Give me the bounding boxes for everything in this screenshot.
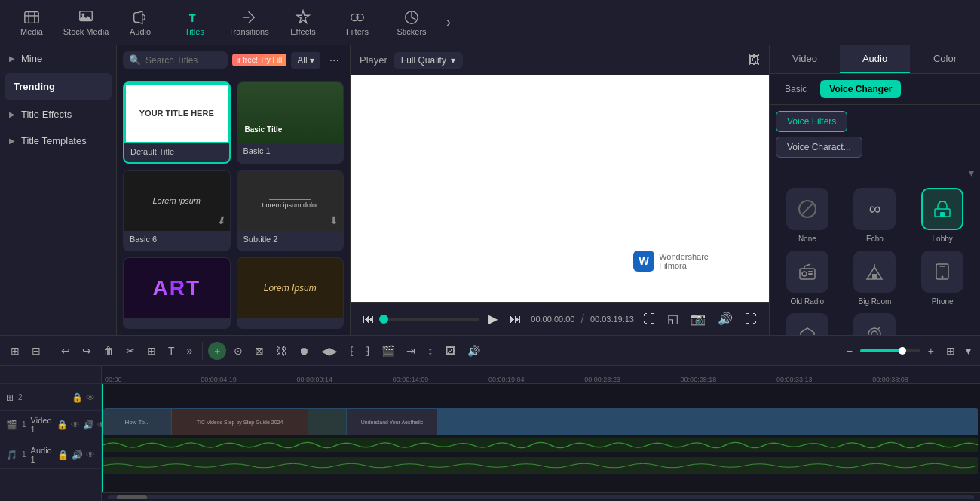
title-card-basic1[interactable]: Basic Title Basic 1 bbox=[237, 81, 345, 164]
marker-button[interactable]: ⁅ bbox=[345, 341, 358, 361]
svg-rect-18 bbox=[808, 271, 813, 272]
video1-volume-btn[interactable]: 🔊 bbox=[83, 420, 94, 430]
track-eye-btn[interactable]: 👁 bbox=[86, 392, 95, 403]
promo-badge[interactable]: ir free! Try Fill bbox=[232, 54, 287, 66]
link-button[interactable]: ⛓ bbox=[271, 341, 291, 361]
timeline-scrollbar[interactable] bbox=[102, 492, 980, 501]
volume-button[interactable]: 🔊 bbox=[715, 309, 736, 329]
record-button[interactable]: ⏺ bbox=[294, 341, 314, 361]
toolbar-filters[interactable]: Filters bbox=[332, 3, 383, 42]
redo-button[interactable]: ↪ bbox=[78, 341, 96, 361]
player-label: Player bbox=[360, 54, 387, 66]
autofit-button[interactable]: ⊙ bbox=[229, 341, 247, 361]
progress-bar[interactable] bbox=[384, 318, 479, 321]
add-track-button[interactable]: + bbox=[208, 342, 226, 360]
audio-track-clip[interactable] bbox=[103, 457, 978, 474]
trim-button[interactable]: ◀▶ bbox=[317, 341, 342, 361]
title-card-art[interactable]: ART bbox=[123, 257, 231, 329]
zoom-slider[interactable] bbox=[860, 349, 920, 352]
timeline-more-button[interactable]: ▾ bbox=[963, 342, 974, 360]
voice-card-diving[interactable]: Diving S... bbox=[845, 313, 905, 335]
voice-card-echo[interactable]: ∞ Echo bbox=[845, 188, 905, 243]
big-room-label: Big Room bbox=[859, 297, 892, 306]
toolbar-stock-media[interactable]: Stock Media bbox=[60, 3, 112, 42]
more-options-button[interactable]: ··· bbox=[325, 52, 344, 69]
search-input[interactable] bbox=[145, 55, 222, 66]
zoom-in-button[interactable]: + bbox=[923, 341, 939, 361]
sub-tab-voice-changer[interactable]: Voice Changer bbox=[820, 80, 901, 98]
tab-video[interactable]: Video bbox=[770, 45, 840, 73]
filter-button[interactable]: All ▾ bbox=[291, 52, 320, 69]
waveform-svg bbox=[103, 438, 978, 452]
title-card-lorem[interactable]: Lorem Ipsum bbox=[237, 257, 345, 329]
grid-view-button[interactable]: ⊞ bbox=[942, 341, 960, 361]
mine-arrow-icon: ▶ bbox=[9, 54, 15, 63]
volume-btn-tl[interactable]: 🔊 bbox=[463, 341, 485, 361]
toolbar-audio[interactable]: Audio bbox=[115, 3, 166, 42]
audio1-volume-btn[interactable]: 🔊 bbox=[72, 450, 83, 460]
voice-card-small-room[interactable]: Small R... bbox=[777, 313, 838, 335]
speed-button[interactable]: ↕ bbox=[423, 341, 437, 361]
snap-button[interactable]: ⊟ bbox=[27, 341, 45, 361]
toolbar-transitions[interactable]: Transitions bbox=[223, 3, 274, 42]
voice-filters-button[interactable]: Voice Filters bbox=[776, 111, 847, 132]
sub-tab-basic[interactable]: Basic bbox=[776, 80, 816, 98]
voice-card-phone[interactable]: Phone bbox=[912, 250, 972, 306]
search-input-wrap[interactable]: 🔍 bbox=[123, 51, 228, 69]
toolbar-titles[interactable]: T Titles bbox=[169, 3, 220, 42]
skip-forward-button[interactable]: ⏭ bbox=[507, 309, 525, 329]
sidebar-item-title-effects[interactable]: ▶ Title Effects bbox=[0, 101, 116, 128]
video1-eye-btn[interactable]: 👁 bbox=[71, 420, 80, 430]
skip-back-button[interactable]: ⏮ bbox=[360, 309, 378, 329]
subtitle2-label: Subtitle 2 bbox=[237, 231, 344, 247]
motion-button[interactable]: ⇥ bbox=[402, 341, 420, 361]
svg-text:T: T bbox=[189, 11, 196, 23]
video1-lock-btn[interactable]: 🔒 bbox=[57, 420, 68, 430]
track-lock-btn[interactable]: 🔒 bbox=[72, 392, 83, 403]
toolbar-media[interactable]: Media bbox=[6, 3, 57, 42]
snapshot-icon[interactable]: 🖼 bbox=[748, 54, 760, 67]
timeline-ruler[interactable]: 00:00 00:00:04:19 00:00:09:14 00:00:14:0… bbox=[102, 366, 980, 384]
video-track-clip[interactable]: How To... TIC Videos Step by Step Guide … bbox=[103, 408, 978, 435]
voice-card-old-radio[interactable]: Old Radio bbox=[777, 250, 838, 306]
scroll-thumb[interactable] bbox=[117, 495, 147, 499]
split-audio-button[interactable]: ⊠ bbox=[250, 341, 268, 361]
text-button[interactable]: T bbox=[164, 341, 179, 361]
sidebar-item-trending[interactable]: Trending bbox=[5, 73, 112, 100]
voice-card-lobby[interactable]: Lobby bbox=[912, 188, 972, 243]
time-current: 00:00:00:00 bbox=[531, 315, 574, 324]
undo-button[interactable]: ↩ bbox=[57, 341, 75, 361]
select-tool-button[interactable]: ⊞ bbox=[6, 341, 24, 361]
snapshot-button[interactable]: 📷 bbox=[688, 309, 709, 329]
keyframe-button[interactable]: ⁆ bbox=[361, 341, 374, 361]
voice-character-button[interactable]: Voice Charact... bbox=[776, 137, 862, 158]
voice-card-none[interactable]: None bbox=[777, 188, 838, 243]
toolbar-more-button[interactable]: › bbox=[440, 8, 457, 36]
voice-card-big-room[interactable]: Big Room bbox=[845, 250, 905, 306]
audio-waveform[interactable] bbox=[103, 438, 978, 452]
toolbar-stickers[interactable]: Stickers bbox=[386, 3, 437, 42]
full-screen-button[interactable]: ⛶ bbox=[640, 309, 658, 329]
crop-button[interactable]: ◱ bbox=[664, 309, 681, 329]
cut-button[interactable]: ✂ bbox=[121, 341, 139, 361]
delete-button[interactable]: 🗑 bbox=[99, 341, 118, 361]
quality-select[interactable]: Full Quality ▾ bbox=[394, 52, 463, 69]
toolbar-effects[interactable]: Effects bbox=[277, 3, 329, 42]
play-button[interactable]: ▶ bbox=[485, 309, 501, 329]
tab-color[interactable]: Color bbox=[910, 45, 980, 73]
audio1-eye-btn[interactable]: 👁 bbox=[86, 450, 95, 460]
title-card-basic6[interactable]: Lorem ipsum ⬇ Basic 6 bbox=[123, 170, 231, 250]
tab-audio[interactable]: Audio bbox=[840, 45, 910, 73]
sidebar-item-title-templates[interactable]: ▶ Title Templates bbox=[0, 128, 116, 154]
scene-button[interactable]: 🎬 bbox=[377, 341, 399, 361]
more-tools-button[interactable]: » bbox=[182, 341, 198, 361]
crop-timeline-button[interactable]: ⊞ bbox=[142, 341, 161, 361]
audio1-lock-btn[interactable]: 🔒 bbox=[57, 450, 69, 460]
zoom-out-button[interactable]: − bbox=[842, 341, 857, 361]
video-track-content: How To... TIC Videos Step by Step Guide … bbox=[103, 408, 437, 435]
thumbnail-button[interactable]: 🖼 bbox=[440, 341, 460, 361]
title-card-default[interactable]: YOUR TITLE HERE Default Title bbox=[123, 81, 231, 164]
sidebar-item-mine[interactable]: ▶ Mine bbox=[0, 45, 116, 72]
settings-button[interactable]: ⛶ bbox=[742, 309, 760, 329]
title-card-subtitle2[interactable]: ___________Lorem ipsum dolor ⬇ Subtitle … bbox=[237, 170, 345, 250]
